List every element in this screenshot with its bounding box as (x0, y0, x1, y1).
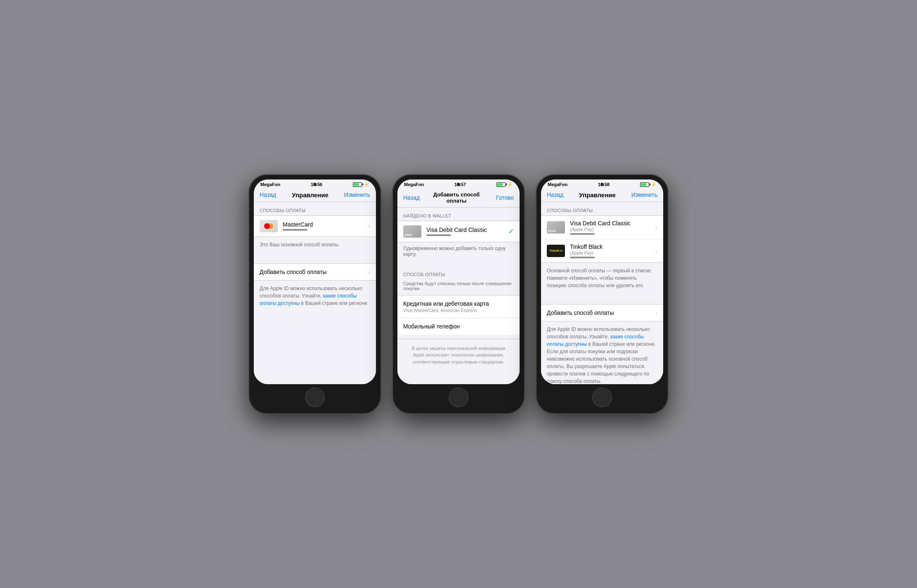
home-button-1[interactable] (305, 387, 325, 407)
mobile-phone-method-row[interactable]: Мобильный телефон (397, 318, 520, 335)
tinkoff-masked (570, 257, 595, 258)
visa-info-3: Visa Debit Card Classic (Apple Pay) (570, 220, 653, 235)
chevron-icon-tinkoff: › (655, 248, 657, 254)
status-bar-1: MegaFon 19:56 ⚡ (254, 179, 376, 188)
back-button-2[interactable]: Назад (403, 194, 420, 201)
security-note: В целях защиты персональной информации A… (397, 339, 520, 371)
mastercard-image (260, 220, 278, 232)
chevron-icon-visa-3: › (655, 224, 657, 231)
battery-area-3: ⚡ (640, 182, 657, 187)
phone-1: MegaFon 19:56 ⚡ Назад Управление Изменит… (249, 175, 381, 414)
visa-sub-3: (Apple Pay) (570, 227, 653, 232)
chevron-icon-mastercard: › (368, 223, 370, 229)
phone-3: MegaFon 19:58 ⚡ Назад Управление Изменит… (536, 175, 668, 414)
checkmark-icon: ✓ (508, 227, 514, 235)
time-3: 19:58 (598, 182, 610, 187)
mobile-phone-title: Мобильный телефон (403, 323, 514, 330)
visa-masked-3 (570, 233, 595, 235)
charge-icon-2: ⚡ (507, 182, 513, 187)
home-button-2[interactable] (449, 387, 468, 407)
spacer-1 (254, 255, 376, 263)
tinkoff-card-image: Tinkoff.ru (547, 245, 565, 257)
add-payment-row-3[interactable]: Добавить способ оплаты › (541, 304, 663, 321)
primary-note-3: Основной способ оплаты — первый в списке… (541, 263, 663, 296)
battery-icon-2 (496, 182, 506, 187)
credit-card-method-row[interactable]: Кредитная или дебетовая карта Visa, Mast… (397, 295, 520, 318)
nav-bar-1: Назад Управление Изменить (254, 188, 376, 202)
page-title-1: Управление (279, 191, 341, 198)
visa-card-image-3: VISA (547, 221, 565, 234)
wallet-card-row[interactable]: VISA Visa Debit Card Classic ✓ (397, 221, 520, 242)
mastercard-row[interactable]: MasterCard › (254, 216, 376, 236)
add-payment-row-1[interactable]: Добавить способ оплаты › (254, 263, 376, 281)
content-3: СПОСОБЫ ОПЛАТЫ VISA Visa Debit Card Clas… (541, 202, 663, 384)
section-header-payment-2: СПОСОБ ОПЛАТЫ (397, 266, 520, 279)
payment-card-group-1: MasterCard › (254, 215, 376, 237)
wallet-note: Одновременно можно добавить только одну … (397, 242, 520, 262)
battery-icon-1 (353, 182, 362, 187)
battery-area-2: ⚡ (496, 182, 513, 187)
add-payment-text-3: Добавить способ оплаты (547, 309, 614, 316)
tinkoff-info: Tinkoff Black (Apple Pay) (570, 243, 653, 258)
info-text-3: Для Apple ID можно использовать нескольк… (541, 321, 663, 384)
battery-area-1: ⚡ (353, 182, 369, 187)
charge-icon-3: ⚡ (651, 182, 657, 187)
section-header-wallet: НАЙДЕНО В WALLET (397, 208, 520, 221)
content-2: НАЙДЕНО В WALLET VISA Visa Debit Card Cl… (397, 208, 520, 384)
back-button-3[interactable]: Назад (547, 191, 563, 198)
visa-card-info: Visa Debit Card Classic (426, 227, 506, 236)
info-text-1: Для Apple ID можно использовать нескольк… (254, 281, 376, 314)
tinkoff-row[interactable]: Tinkoff.ru Tinkoff Black (Apple Pay) › (541, 239, 663, 262)
add-payment-text-1: Добавить способ оплаты (260, 269, 326, 275)
carrier-2: MegaFon (404, 182, 424, 187)
chevron-icon-add-1: › (368, 269, 370, 275)
time-2: 19:57 (454, 182, 466, 187)
tinkoff-sub: (Apple Pay) (570, 250, 653, 255)
credit-card-sub: Visa, MasterCard, American Express (403, 308, 514, 313)
page-title-2: Добавить способ оплаты (423, 191, 490, 204)
visa-card-name: Visa Debit Card Classic (426, 227, 506, 233)
visa-card-masked (426, 234, 451, 236)
section-header-payment-3: СПОСОБЫ ОПЛАТЫ (541, 202, 663, 215)
carrier-3: MegaFon (548, 182, 567, 187)
payment-desc: Средства будут списаны только после сове… (397, 279, 520, 295)
mastercard-masked (283, 229, 307, 231)
mastercard-info: MasterCard (283, 221, 366, 231)
spacer-2 (397, 262, 520, 266)
time-1: 19:56 (311, 182, 322, 187)
credit-card-title: Кредитная или дебетовая карта (403, 300, 514, 307)
nav-bar-3: Назад Управление Изменить (541, 188, 663, 202)
status-bar-3: MegaFon 19:58 ⚡ (541, 179, 663, 188)
action-button-3[interactable]: Изменить (631, 191, 657, 198)
chevron-icon-add-3: › (655, 309, 657, 316)
home-button-3[interactable] (592, 387, 612, 407)
section-header-payment-1: СПОСОБЫ ОПЛАТЫ (254, 202, 376, 215)
visa-name-3: Visa Debit Card Classic (570, 220, 653, 227)
tinkoff-name: Tinkoff Black (570, 243, 653, 250)
payment-cards-group: VISA Visa Debit Card Classic (Apple Pay)… (541, 215, 663, 263)
spacer-3 (541, 296, 663, 304)
visa-row[interactable]: VISA Visa Debit Card Classic (Apple Pay)… (541, 216, 663, 239)
charge-icon-1: ⚡ (364, 182, 369, 187)
payment-methods-group: Кредитная или дебетовая карта Visa, Mast… (397, 295, 520, 335)
battery-icon-3 (640, 182, 649, 187)
page-title-3: Управление (567, 191, 628, 198)
action-button-1[interactable]: Изменить (344, 191, 370, 198)
status-bar-2: MegaFon 19:57 ⚡ (397, 179, 520, 188)
phone-2: MegaFon 19:57 ⚡ Назад Добавить способ оп… (392, 175, 525, 414)
action-button-2[interactable]: Готово (493, 194, 514, 201)
back-button-1[interactable]: Назад (260, 191, 276, 198)
carrier-1: MegaFon (260, 182, 280, 187)
nav-bar-2: Назад Добавить способ оплаты Готово (397, 188, 520, 208)
mastercard-name: MasterCard (283, 221, 366, 228)
visa-card-image: VISA (403, 225, 421, 238)
primary-note-1: Это Ваш основной способ оплаты. (254, 237, 376, 255)
content-1: СПОСОБЫ ОПЛАТЫ MasterCard (254, 202, 376, 384)
